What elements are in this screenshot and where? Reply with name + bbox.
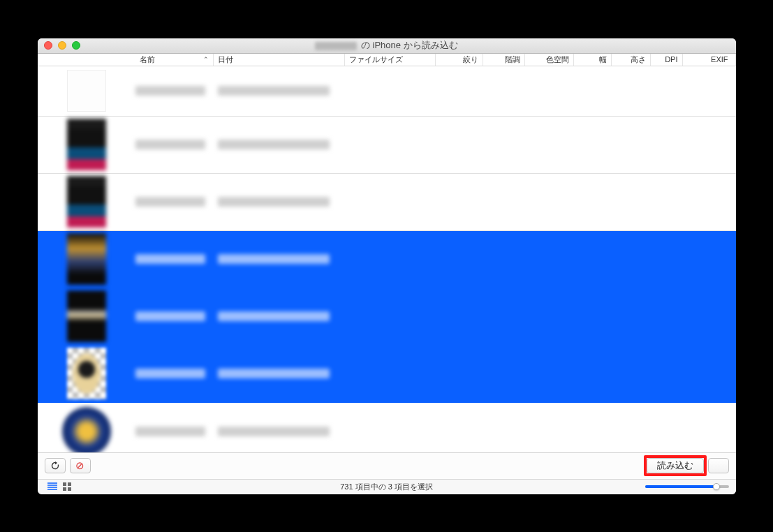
header-depth[interactable]: 階調 [483,54,525,66]
statusbar: 731 項目中の 3 項目を選択 [38,479,736,494]
thumbnail-cell [38,176,135,228]
svg-rect-2 [63,487,66,491]
thumbnail [67,233,106,285]
header-name[interactable]: 名前 ⌃ [135,54,214,66]
header-date[interactable]: 日付 [214,54,345,66]
close-button[interactable] [44,41,52,50]
zoom-slider[interactable] [645,485,729,488]
thumbnail [67,119,106,170]
list-item[interactable] [38,403,736,452]
svg-rect-3 [68,487,71,491]
list-item[interactable] [38,288,736,346]
import-window: の iPhone から読み込む 名前 ⌃ 日付 ファイルサイズ 絞り 階調 色空… [38,38,736,494]
svg-rect-1 [68,482,71,486]
grid-view-button[interactable] [60,481,75,492]
thumbnail-cell [38,119,135,170]
header-colorspace[interactable]: 色空間 [525,54,574,66]
svg-rect-0 [63,482,66,486]
toolbar: ⊘ 読み込む [38,452,736,479]
list-item[interactable] [38,231,736,288]
import-button[interactable]: 読み込む [647,458,704,473]
thumbnail-cell [38,70,135,112]
thumbnail-cell [38,348,135,399]
header-dpi[interactable]: DPI [651,54,683,66]
item-text-obscured [135,369,736,378]
delete-icon: ⊘ [75,459,84,472]
zoom-button[interactable] [72,41,80,50]
item-text-obscured [135,140,736,149]
thumbnail [67,348,106,399]
item-text-obscured [135,197,736,207]
device-name-obscured [315,42,357,50]
list-item[interactable] [38,346,736,403]
list-item[interactable] [38,174,736,231]
status-text: 731 項目中の 3 項目を選択 [38,482,736,492]
list-item[interactable] [38,117,736,174]
header-name-label: 名前 [140,54,155,65]
titlebar: の iPhone から読み込む [38,38,736,54]
item-text-obscured [135,427,736,436]
header-filesize[interactable]: ファイルサイズ [345,54,436,66]
view-mode-toggle [45,481,75,492]
item-text-obscured [135,86,736,96]
list-item[interactable] [38,66,736,117]
minimize-button[interactable] [58,41,66,50]
sort-indicator-icon: ⌃ [203,56,209,63]
import-options-checkbox[interactable] [708,458,729,473]
zoom-fill [645,485,716,488]
rotate-icon [50,461,60,471]
list-view-icon [47,482,57,491]
thumbnail-cell [38,407,135,452]
column-headers: 名前 ⌃ 日付 ファイルサイズ 絞り 階調 色空間 幅 高さ DPI EXIF [38,54,736,66]
grid-view-icon [63,482,73,491]
title-suffix: の iPhone から読み込む [358,40,457,50]
item-text-obscured [135,254,736,264]
list-view-button[interactable] [45,481,60,492]
thumbnail [62,407,111,452]
delete-button[interactable]: ⊘ [70,458,91,473]
thumbnail [67,176,106,228]
header-exif[interactable]: EXIF [683,54,736,66]
photo-list[interactable] [38,66,736,452]
zoom-knob[interactable] [713,483,720,490]
thumbnail-cell [38,233,135,285]
rotate-button[interactable] [45,458,66,473]
import-button-label: 読み込む [657,459,693,472]
header-thumbnail[interactable] [38,54,135,66]
header-width[interactable]: 幅 [574,54,612,66]
thumbnail-cell [38,290,135,342]
window-title: の iPhone から読み込む [38,39,736,52]
item-text-obscured [135,311,736,321]
header-aperture[interactable]: 絞り [436,54,483,66]
header-height[interactable]: 高さ [612,54,651,66]
thumbnail [67,70,106,112]
thumbnail [67,290,106,342]
traffic-lights [38,41,80,50]
